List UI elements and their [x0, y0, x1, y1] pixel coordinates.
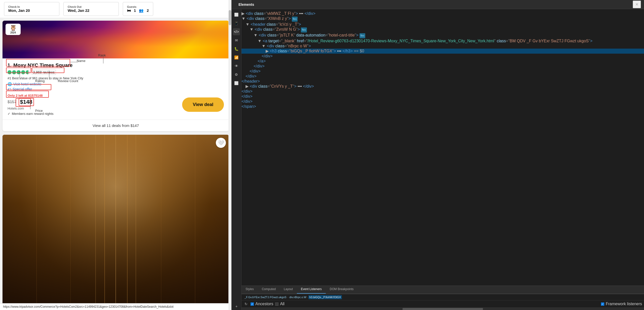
tree-line[interactable]: ▼ <div class="ZvrsW N G"> flex	[242, 27, 644, 33]
checkin-value: Mon, Jan 20	[8, 8, 55, 13]
tree-line[interactable]: </a>	[242, 59, 644, 64]
devtools-icon-screen[interactable]: ⬜	[233, 80, 240, 87]
all-control: All	[275, 302, 285, 306]
heart-button[interactable]: 🤍	[216, 138, 226, 148]
only-left-code: 81575148	[28, 94, 43, 97]
checkout-field[interactable]: Check Out Wed, Jan 22	[63, 2, 119, 16]
breadcrumb-item-3[interactable]: h3.biGQs._P.fiohW.fOtGX	[308, 295, 342, 299]
star-3	[17, 70, 21, 74]
framework-control: ✓ Framework listeners	[601, 302, 642, 306]
price-row: $157 $148	[8, 98, 53, 106]
tripadvisor-owl-icon: 🦉	[10, 25, 17, 31]
framework-label: Framework listeners	[606, 302, 642, 306]
devtools-icon-settings[interactable]: ⚙	[233, 71, 240, 78]
tab-event-listeners[interactable]: Event Listeners	[297, 286, 326, 294]
tripadvisor-year: 2024	[10, 31, 16, 34]
star-2	[12, 70, 16, 74]
star-5	[26, 70, 30, 74]
hotel-card-2: 🤍	[3, 135, 229, 307]
devtools-icon-cursor[interactable]: ⬜	[233, 11, 240, 18]
devtools-icon-network[interactable]: 📶	[233, 54, 240, 61]
breadcrumb-bar: _F.Gv.bYExr.SwZTJ.FGwzt.ukgoS › div.nBrp…	[242, 294, 644, 300]
ancestors-label: Ancestors	[255, 302, 273, 306]
tag-icon: 🏷	[8, 87, 11, 91]
devtools-icon-add[interactable]: ＋	[233, 303, 240, 310]
visit-hotel-link[interactable]: 🌐 Visit hotel website	[8, 82, 224, 86]
tree-line[interactable]: ▶ <div class="vkMWZ _T Fl y"> ••• </div>	[242, 11, 644, 16]
breadcrumb-text-3: h3.biGQs._P.fiohW.fOtGX	[309, 296, 341, 299]
tree-line[interactable]: </div>	[242, 64, 644, 69]
tab-layout[interactable]: Layout	[280, 286, 297, 294]
scroll-thumb[interactable]	[403, 308, 483, 310]
devtools-icon-inspect[interactable]: 👁	[233, 62, 240, 70]
breadcrumb-text-1: _F.Gv.bYExr.SwZTJ.FGwzt.ukgoS	[245, 296, 287, 299]
tab-styles[interactable]: Styles	[242, 286, 258, 294]
ancestors-checkbox[interactable]: ✓	[251, 302, 254, 306]
review-count[interactable]: 3,968 reviews	[32, 70, 56, 75]
devtools-icon-bug[interactable]: 🐛	[233, 45, 240, 52]
tab-dom-breakpoints[interactable]: DOM Breakpoints	[326, 286, 358, 294]
guests-field[interactable]: Guests 🛏 1 👥 2	[123, 2, 153, 16]
tree-line[interactable]: </div>	[242, 89, 644, 94]
tree-line[interactable]: </div>	[242, 99, 644, 104]
devtools-icon-mobile[interactable]: 📱	[233, 20, 240, 27]
members-reward-text: Members earn reward nights	[12, 112, 53, 116]
tree-line[interactable]: </div>	[242, 94, 644, 99]
checkin-field[interactable]: Check In Mon, Jan 20	[4, 2, 59, 16]
price-section: Only 2 left at 81575148 $157 $148 Hotels…	[8, 94, 224, 116]
search-bar: Check In Mon, Jan 20 Check Out Wed, Jan …	[0, 0, 231, 18]
hotel-name[interactable]: Moxy NYC Times Square	[13, 62, 72, 68]
tree-line[interactable]: ▼ <a target="_blank" href="/Hotel_Review…	[242, 39, 644, 44]
guests-rooms: 1	[134, 8, 136, 13]
elements-tree: ▶ <div class="vkMWZ _T Fl y"> ••• </div>…	[242, 9, 644, 286]
original-price: $157	[8, 100, 17, 104]
devtools-close-button[interactable]: ✕	[633, 1, 641, 8]
framework-checkbox[interactable]: ✓	[601, 302, 604, 306]
special-offer-link[interactable]: 🏷 Special offer	[8, 87, 224, 91]
annotation-name-label: Name	[77, 59, 86, 63]
tree-line[interactable]: ▼ <div class="XIWnB z y"> flex	[242, 16, 644, 22]
view-deal-button[interactable]: View deal	[182, 97, 224, 112]
breadcrumb-item-1[interactable]: _F.Gv.bYExr.SwZTJ.FGwzt.ukgoS	[244, 295, 288, 299]
checkout-label: Check Out	[68, 5, 114, 8]
room-icon: 🛏	[127, 8, 131, 13]
tree-line[interactable]: </header>	[242, 79, 644, 84]
lobby-image	[3, 135, 229, 307]
tree-line[interactable]: ▼ <header class="IcVzi y _T">	[242, 22, 644, 27]
members-reward: ✓ Members earn reward nights	[8, 112, 53, 116]
person-icon: 👥	[139, 8, 144, 13]
tree-line[interactable]: </div>	[242, 74, 644, 79]
tree-line[interactable]: </div>	[242, 69, 644, 74]
tripadvisor-badge: 🦉 2024	[6, 24, 21, 35]
tree-line[interactable]: ▶ <div class="CnVYs y _T"> ••• </div>	[242, 84, 644, 89]
devtools-icon-console[interactable]: ✉	[233, 37, 240, 44]
breadcrumb-text-2: div.nBrpc.o.W	[289, 296, 306, 299]
checkout-value: Wed, Jan 22	[68, 8, 114, 13]
scrollbar[interactable]	[228, 0, 231, 310]
all-checkbox[interactable]	[275, 302, 278, 306]
provider-name: Hotels.com	[8, 107, 53, 110]
star-1	[8, 70, 12, 74]
horizontal-scrollbar[interactable]	[242, 307, 644, 310]
globe-icon: 🌐	[8, 82, 12, 86]
refresh-button[interactable]: ↻	[244, 301, 249, 306]
breadcrumb-item-2[interactable]: div.nBrpc.o.W	[288, 295, 307, 299]
hotel-hero-image: 🦉 2024	[3, 21, 229, 58]
star-rating	[8, 70, 30, 74]
tab-computed[interactable]: Computed	[258, 286, 280, 294]
tree-line[interactable]: ▼ <div class="jsTLT K" data-automation="…	[242, 33, 644, 39]
tree-line[interactable]: </div>	[242, 54, 644, 59]
only-left-text: Only 2 left at	[8, 94, 27, 97]
special-offer-text: Special offer	[13, 87, 32, 91]
only-left: Only 2 left at 81575148	[8, 94, 53, 97]
tree-line[interactable]: ▼ <div class="nBrpc o W">	[242, 44, 644, 49]
hotel-card-1: 🦉 2024 1. Moxy NYC Times Square 3,	[3, 21, 229, 131]
tree-line[interactable]: </span>	[242, 104, 644, 109]
devtools-icon-elements[interactable]: </>	[233, 28, 240, 35]
tree-line-selected[interactable]: ▶ <h3 class="biGQs _P fiohW foTGX"> ••• …	[242, 49, 644, 54]
ancestors-control: ✓ Ancestors	[251, 302, 273, 306]
view-all-deals[interactable]: View all 11 deals from $147	[3, 120, 229, 131]
framework-check-mark: ✓	[601, 303, 603, 305]
scrollbar-thumb[interactable]	[229, 10, 231, 25]
check-mark: ✓	[251, 303, 253, 305]
